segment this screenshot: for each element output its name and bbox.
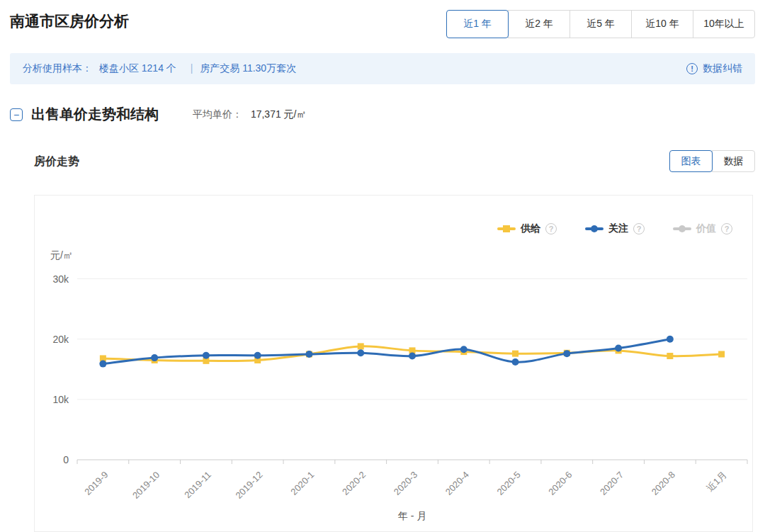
chart-panel-header: 房价走势 图表数据: [34, 150, 755, 173]
x-tick-label: 2020-8: [650, 470, 677, 497]
x-tick-label: 2019-10: [130, 470, 162, 501]
average-price-label: 平均单价：: [193, 108, 242, 120]
data-point-关注[interactable]: [357, 349, 364, 356]
average-price: 平均单价： 17,371 元/㎡: [193, 108, 307, 121]
data-correction-label: 数据纠错: [703, 62, 742, 75]
sample-info-text: 分析使用样本： 楼盘小区 1214 个 | 房产交易 11.30万套次: [23, 62, 300, 75]
data-point-关注[interactable]: [563, 350, 570, 357]
data-point-关注[interactable]: [203, 352, 210, 359]
data-correction-link[interactable]: ! 数据纠错: [686, 62, 742, 75]
chart-data-toggle: 图表数据: [669, 150, 755, 172]
x-tick-label: 2020-5: [494, 470, 522, 497]
sample-label: 分析使用样本：: [23, 62, 92, 74]
section-title: 出售单价走势和结构: [31, 105, 159, 124]
time-tab-1[interactable]: 近2 年: [508, 10, 570, 38]
data-point-关注[interactable]: [305, 351, 312, 358]
help-question-icon[interactable]: ?: [633, 223, 645, 234]
legend-item-关注[interactable]: 关注?: [585, 222, 645, 235]
data-point-关注[interactable]: [512, 358, 519, 366]
x-tick-label: 2020-3: [392, 470, 419, 497]
section-header: − 出售单价走势和结构 平均单价： 17,371 元/㎡: [10, 105, 307, 124]
help-question-icon[interactable]: ?: [545, 223, 557, 234]
sample-communities: 楼盘小区 1214 个: [99, 62, 176, 74]
y-tick-label: 0: [63, 454, 69, 465]
square-marker-icon: [497, 225, 516, 233]
x-tick-label: 2020-7: [598, 470, 625, 497]
legend-label: 供给: [521, 222, 540, 235]
sample-info-bar: 分析使用样本： 楼盘小区 1214 个 | 房产交易 11.30万套次 ! 数据…: [10, 53, 755, 84]
view-tab-0[interactable]: 图表: [669, 150, 713, 172]
x-tick-label: 近1月: [705, 470, 729, 494]
x-tick-label: 2020-4: [443, 470, 471, 497]
price-trend-chart: 供给?关注?价值? 010k20k30k元/㎡2019-92019-102019…: [34, 195, 753, 532]
average-price-value: 17,371 元/㎡: [251, 108, 307, 120]
y-tick-label: 10k: [52, 394, 69, 405]
y-axis-unit: 元/㎡: [50, 249, 73, 261]
time-tab-0[interactable]: 近1 年: [446, 10, 509, 38]
data-point-关注[interactable]: [667, 336, 674, 343]
legend-label: 关注: [608, 222, 628, 235]
data-point-供给[interactable]: [358, 343, 364, 349]
housing-analysis-page: 南通市区房价分析 近1 年近2 年近5 年近10 年10年以上 分析使用样本： …: [0, 0, 765, 532]
legend-label: 价值: [696, 222, 716, 235]
time-tab-2[interactable]: 近5 年: [570, 10, 632, 38]
legend-item-供给[interactable]: 供给?: [497, 222, 557, 235]
x-tick-label: 2019-12: [233, 470, 264, 501]
data-point-供给[interactable]: [512, 351, 518, 357]
chart-panel-title: 房价走势: [34, 150, 755, 173]
line-chart-canvas: 010k20k30k元/㎡2019-92019-102019-112019-12…: [35, 196, 754, 532]
x-tick-label: 2019-11: [182, 470, 213, 501]
circle-marker-icon: [673, 225, 691, 233]
info-separator: |: [191, 62, 193, 74]
data-point-关注[interactable]: [151, 354, 158, 361]
data-point-关注[interactable]: [99, 361, 106, 368]
data-point-关注[interactable]: [409, 353, 416, 360]
time-range-tabs: 近1 年近2 年近5 年近10 年10年以上: [446, 10, 755, 38]
x-axis-title: 年 - 月: [398, 510, 426, 521]
y-tick-label: 30k: [52, 273, 69, 285]
sample-transactions: 房产交易 11.30万套次: [200, 62, 296, 74]
x-tick-label: 2020-1: [288, 470, 316, 497]
y-tick-label: 20k: [52, 334, 69, 345]
chart-legend: 供给?关注?价值?: [497, 222, 732, 235]
x-tick-label: 2020-6: [546, 470, 574, 497]
page-header: 南通市区房价分析 近1 年近2 年近5 年近10 年10年以上: [10, 7, 755, 41]
data-point-供给[interactable]: [667, 353, 673, 359]
time-tab-4[interactable]: 10年以上: [693, 10, 755, 38]
data-point-关注[interactable]: [254, 352, 261, 359]
x-tick-label: 2019-9: [82, 470, 110, 497]
data-point-供给[interactable]: [718, 351, 725, 357]
view-tab-1[interactable]: 数据: [712, 150, 755, 172]
legend-item-价值[interactable]: 价值?: [673, 222, 732, 235]
help-question-icon[interactable]: ?: [721, 223, 732, 234]
data-point-关注[interactable]: [615, 344, 622, 351]
exclamation-circle-icon: !: [686, 63, 698, 74]
collapse-section-button[interactable]: −: [10, 108, 23, 121]
time-tab-3[interactable]: 近10 年: [631, 10, 693, 38]
circle-marker-icon: [585, 225, 604, 233]
x-tick-label: 2020-2: [340, 470, 368, 497]
data-point-关注[interactable]: [460, 346, 468, 353]
